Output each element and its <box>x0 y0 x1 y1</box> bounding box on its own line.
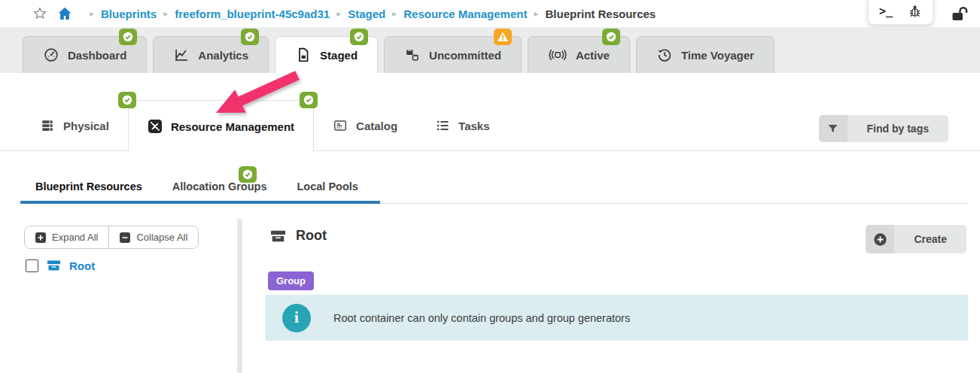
status-check-badge <box>602 29 620 45</box>
topbar-actions: >_ <box>868 0 969 25</box>
create-label: Create <box>894 225 966 253</box>
collapse-all-button[interactable]: Collapse All <box>108 226 198 248</box>
tab-analytics[interactable]: Analytics <box>153 36 269 73</box>
container-icon <box>46 259 62 272</box>
home-icon[interactable] <box>57 6 72 21</box>
tree-controls: Expand All Collapse All <box>24 226 199 249</box>
catalog-card-icon <box>333 118 348 133</box>
breadcrumb-separator: ▸ <box>90 8 94 19</box>
breadcrumb-link-blueprints[interactable]: Blueprints <box>101 8 157 20</box>
subtab-physical[interactable]: Physical <box>21 100 128 151</box>
status-check-badge <box>239 166 257 183</box>
subtab-label: Physical <box>63 120 109 132</box>
expand-all-button[interactable]: Expand All <box>25 226 108 248</box>
tab-label: Uncommitted <box>429 49 501 62</box>
breadcrumb-separator: ▸ <box>163 8 168 19</box>
subtab-label: Tasks <box>458 120 489 132</box>
staged-subtab-bar: Physical Resource Management <box>0 100 980 151</box>
tab-dashboard[interactable]: Dashboard <box>23 36 147 73</box>
time-voyager-history-icon <box>656 47 673 63</box>
favorite-star-icon[interactable] <box>33 7 47 20</box>
status-check-badge <box>350 29 368 45</box>
tab-label: Staged <box>320 49 358 62</box>
tab-staged[interactable]: Staged <box>275 36 378 73</box>
breadcrumb-link-resource-management[interactable]: Resource Management <box>403 8 527 20</box>
root-checkbox[interactable] <box>26 259 38 272</box>
tab-label: Active <box>576 49 610 62</box>
breadcrumb-separator: ▸ <box>336 8 341 19</box>
subtab-label: Resource Management <box>171 120 294 133</box>
physical-rack-icon <box>40 118 55 133</box>
collapse-all-label: Collapse All <box>136 232 187 243</box>
breadcrumb: ▸ Blueprints ▸ freeform_blueprint-45c9ad… <box>0 0 980 27</box>
breadcrumb-link-staged[interactable]: Staged <box>348 8 385 20</box>
resource-management-subnav: Blueprint Resources Allocation Groups Lo… <box>20 173 968 204</box>
tab-label: Time Voyager <box>681 49 754 62</box>
devtools-card: >_ <box>868 0 933 25</box>
info-icon: i <box>282 304 311 332</box>
active-broadcast-icon <box>548 47 568 63</box>
expand-all-label: Expand All <box>52 232 98 243</box>
tasks-list-icon <box>435 118 450 133</box>
plus-circle-icon <box>866 225 894 253</box>
type-badge-group: Group <box>268 271 314 290</box>
breadcrumb-separator: ▸ <box>392 8 397 19</box>
subtab-tasks[interactable]: Tasks <box>416 100 508 151</box>
subtab-resource-management[interactable]: Resource Management <box>128 100 314 152</box>
status-check-badge <box>119 29 137 45</box>
tab-label: Dashboard <box>68 49 126 62</box>
container-icon <box>269 229 287 244</box>
breadcrumb-separator: ▸ <box>534 8 538 19</box>
analytics-chart-icon <box>173 47 190 63</box>
status-check-badge <box>241 29 259 45</box>
collapse-minus-icon <box>120 232 130 243</box>
unlock-icon[interactable] <box>950 5 969 23</box>
info-alert: i Root container can only contain groups… <box>265 295 968 341</box>
tab-blueprint-resources[interactable]: Blueprint Resources <box>20 173 157 201</box>
tab-active[interactable]: Active <box>528 36 630 73</box>
detail-title: Root <box>296 228 327 244</box>
tree-panel-scrollbar[interactable] <box>237 219 242 373</box>
terminal-icon[interactable]: >_ <box>879 5 893 18</box>
tree-item-root: Root <box>26 259 95 272</box>
breadcrumb-current-page: Blueprint Resources <box>545 8 656 20</box>
breadcrumb-link-blueprint-name[interactable]: freeform_blueprint-45c9ad31 <box>175 8 330 20</box>
info-alert-message: Root container can only contain groups a… <box>333 312 630 324</box>
tree-item-root-label[interactable]: Root <box>69 259 95 272</box>
bug-icon[interactable] <box>908 4 922 18</box>
subtab-catalog[interactable]: Catalog <box>314 100 416 151</box>
blueprint-tab-bar: Dashboard Analytics <box>0 27 980 73</box>
status-warning-badge <box>494 29 512 45</box>
status-check-badge <box>118 92 136 108</box>
tab-uncommitted[interactable]: Uncommitted <box>384 36 522 73</box>
status-check-badge <box>300 92 318 108</box>
tab-allocation-groups[interactable]: Allocation Groups <box>157 173 282 201</box>
tab-time-voyager[interactable]: Time Voyager <box>636 36 775 73</box>
create-button[interactable]: Create <box>866 225 966 253</box>
detail-header: Root <box>269 228 327 244</box>
staged-document-icon <box>295 47 312 63</box>
resource-management-icon <box>148 119 163 134</box>
dashboard-gauge-icon <box>43 47 59 63</box>
app-window: ▸ Blueprints ▸ freeform_blueprint-45c9ad… <box>0 0 980 373</box>
tab-local-pools[interactable]: Local Pools <box>282 173 373 201</box>
tab-label: Analytics <box>198 49 248 62</box>
active-tab-underline <box>20 201 380 204</box>
expand-plus-icon <box>35 232 46 243</box>
subtab-label: Catalog <box>356 120 397 132</box>
uncommitted-packages-icon <box>404 47 421 63</box>
